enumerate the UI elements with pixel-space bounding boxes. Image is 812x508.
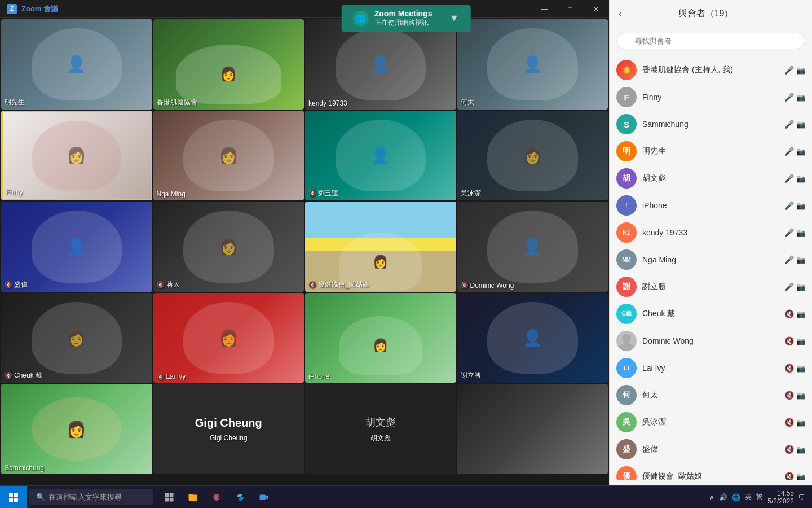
panel-header: ‹ 與會者（19） — [610, 0, 812, 28]
avatar-hu: 胡 — [616, 168, 637, 189]
search-wrapper: 🔍 — [616, 33, 805, 49]
tile-label-hetai: 何太 — [461, 98, 474, 107]
search-input[interactable] — [616, 33, 805, 49]
tile-iphone[interactable]: 👩 iPhone — [305, 293, 456, 383]
tile-label-iphone: iPhone — [308, 373, 329, 380]
participant-item-lai[interactable]: LI Lai Ivy 🔇 📷 — [610, 354, 812, 382]
avatar-nga: NM — [616, 249, 637, 270]
tile-youjian[interactable]: 👩 🔇 優健協會_歐姑娘 — [305, 202, 456, 292]
svg-rect-4 — [165, 493, 169, 497]
taskbar-lang-icon: 英 — [745, 492, 752, 502]
muted-icon-dominic: 🔇 — [461, 282, 469, 289]
title-controls: — □ ✕ — [531, 0, 609, 18]
notification-icon: 🌐 — [353, 11, 369, 27]
participant-icons-hu: 🎤 📷 — [784, 174, 805, 183]
participant-icons-hk: 🎤 📷 — [784, 65, 805, 75]
tile-label-laivy: Lai Ivy — [166, 373, 186, 380]
panel-collapse-button[interactable]: ‹ — [619, 8, 622, 20]
tile-ngaming[interactable]: 👩 Nga Ming — [153, 111, 304, 201]
tile-wuyongjie[interactable]: 👩 吳泳潔 — [457, 111, 608, 201]
mic-icon-hetai: 🔇 — [784, 391, 794, 400]
taskbar-app-zoom[interactable] — [253, 486, 275, 509]
taskbar-app-taskview[interactable] — [158, 486, 180, 509]
notification-dismiss[interactable]: ▼ — [449, 12, 459, 24]
tile-laivy[interactable]: 👩 🔇 Lai Ivy — [153, 293, 304, 383]
taskbar-notification-icon[interactable]: 🗨 — [798, 493, 805, 501]
tile-liuyulian[interactable]: 👤 🔇 劉玉蓮 — [305, 111, 456, 201]
participant-name-kendy: kendy 19733 — [642, 228, 779, 237]
participants-list: 🌟 香港肌健協會 (主持人, 我) 🎤 📷 F Finny 🎤 📷 S Samm… — [610, 54, 812, 480]
participant-item-iphone[interactable]: I iPhone 🎤 📷 — [610, 192, 812, 219]
mic-icon-you: 🔇 — [784, 472, 794, 480]
participant-icons-dominic: 🔇 📷 — [784, 336, 805, 345]
notification-bar: 🌐 Zoom Meetings 正在使用網路視訊 ▼ — [342, 5, 471, 32]
participant-icons-sheng: 🔇 📷 — [784, 445, 805, 454]
cam-icon-hu: 📷 — [796, 174, 805, 183]
taskbar-app-chrome[interactable] — [205, 486, 228, 509]
tile-dominicwong[interactable]: 👤 🔇 Dominic Wong — [457, 202, 608, 292]
participant-icons-sammichung: 🎤 📷 — [784, 120, 805, 129]
maximize-button[interactable]: □ — [557, 0, 583, 18]
start-button[interactable] — [0, 486, 27, 509]
taskbar-search[interactable]: 🔍 在這裡輸入文字來搜尋 — [29, 489, 153, 505]
participant-item-you[interactable]: 優 優健協會_歐姑娘 🔇 📷 — [610, 463, 812, 480]
cam-icon-you: 📷 — [796, 472, 805, 480]
taskbar: 🔍 在這裡輸入文字來搜尋 ∧ 🔊 🌐 英 繁 14:55 5/2/2022 — [0, 485, 812, 508]
tile-shengwei[interactable]: 👤 🔇 盛偉 — [1, 202, 152, 292]
taskbar-apps — [158, 486, 275, 509]
participant-name-ming: 明先生 — [642, 146, 779, 156]
participant-item-kendy[interactable]: K1 kendy 19733 🎤 📷 — [610, 219, 812, 246]
taskbar-chevron-icon[interactable]: ∧ — [709, 493, 714, 501]
cam-icon-wu: 📷 — [796, 418, 805, 427]
tile-cheukdai[interactable]: 👩 🔇 Cheuk 戴 — [1, 293, 152, 383]
mic-icon-nga: 🎤 — [784, 255, 794, 264]
participant-name-sheng: 盛偉 — [642, 444, 779, 454]
tile-huwenpeng[interactable]: 胡文彪 胡文彪 — [305, 384, 456, 474]
taskbar-network-icon[interactable]: 🌐 — [732, 493, 740, 501]
participant-item-finny[interactable]: F Finny 🎤 📷 — [610, 84, 812, 111]
participant-icons-kendy: 🎤 📷 — [784, 228, 805, 237]
tile-label-jiangtai: 蔣太 — [166, 280, 180, 290]
tile-xielisheng[interactable]: 👤 謝立勝 — [457, 293, 608, 383]
tile-kendy[interactable]: 👤 kendy 19733 — [305, 19, 456, 110]
participant-item-hetai[interactable]: 何 何太 🔇 📷 — [610, 382, 812, 409]
participant-item-cheuk[interactable]: C戴 Cheuk 戴 🔇 📷 — [610, 300, 812, 327]
taskbar-app-explorer[interactable] — [182, 486, 204, 509]
participant-item-ming[interactable]: 明 明先生 🎤 📷 — [610, 138, 812, 165]
cam-icon-ming: 📷 — [796, 147, 805, 156]
participant-item-xie[interactable]: 謝 謝立勝 🎤 📷 — [610, 273, 812, 300]
participant-item-sheng[interactable]: 盛 盛偉 🔇 📷 — [610, 436, 812, 463]
muted-icon-jiang: 🔇 — [157, 281, 165, 288]
taskbar-sound-icon[interactable]: 🔊 — [719, 493, 727, 501]
participant-item-dominic[interactable]: Dominic Wong 🔇 📷 — [610, 327, 812, 354]
minimize-button[interactable]: — — [531, 0, 557, 18]
tile-hetai[interactable]: 👤 何太 — [457, 19, 608, 110]
taskbar-app-edge[interactable] — [229, 486, 251, 509]
tile-gigicheung[interactable]: Gigi Cheung Gigi Cheung — [153, 384, 304, 474]
notification-subtitle: 正在使用網路視訊 — [374, 18, 433, 28]
participant-name-nga: Nga Ming — [642, 255, 779, 264]
taskbar-date-display: 5/2/2022 — [767, 497, 794, 505]
avatar-xie: 謝 — [616, 277, 637, 297]
tile-sammichung[interactable]: 👩 Sammichung — [1, 384, 152, 474]
close-button[interactable]: ✕ — [583, 0, 609, 18]
tile-label-shengwei: 盛偉 — [14, 280, 28, 290]
tile-hk[interactable]: 👩 香港肌健協會 — [153, 19, 304, 110]
participant-item-wu[interactable]: 吳 吳泳潔 🔇 📷 — [610, 409, 812, 436]
participant-icons-you: 🔇 📷 — [784, 472, 805, 480]
participant-item-sammichung[interactable]: S Sammichung 🎤 📷 — [610, 111, 812, 138]
participant-item-nga[interactable]: NM Nga Ming 🎤 📷 — [610, 246, 812, 273]
tile-jiangtai[interactable]: 👩 🔇 蔣太 — [153, 202, 304, 292]
participant-icons-xie: 🎤 📷 — [784, 282, 805, 291]
participant-item-hu[interactable]: 胡 胡文彪 🎤 📷 — [610, 165, 812, 192]
taskbar-clock[interactable]: 14:55 5/2/2022 — [767, 489, 794, 505]
tile-finny[interactable]: 👩 Finny — [1, 111, 152, 201]
mic-icon-wu: 🔇 — [784, 418, 794, 427]
participant-name-xie: 謝立勝 — [642, 282, 779, 292]
participant-item-hk[interactable]: 🌟 香港肌健協會 (主持人, 我) 🎤 📷 — [610, 56, 812, 84]
taskbar-keyboard-icon: 繁 — [756, 492, 763, 502]
avatar-sammichung: S — [616, 114, 637, 134]
participant-name-finny: Finny — [642, 93, 779, 102]
participants-panel: ‹ 與會者（19） 🔍 🌟 香港肌健協會 (主持人, 我) 🎤 📷 F Finn… — [609, 0, 812, 508]
tile-ming[interactable]: 👤 明先生 — [1, 19, 152, 110]
